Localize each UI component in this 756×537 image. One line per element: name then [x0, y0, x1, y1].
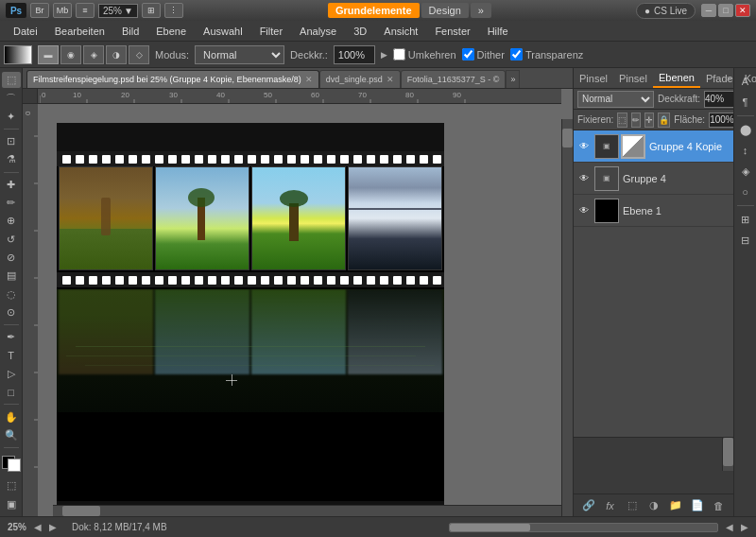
doc-tab-close[interactable]: ✕	[305, 75, 313, 84]
tool-screen-mode[interactable]: ▣	[2, 496, 21, 512]
horizontal-scrollbar[interactable]	[449, 523, 718, 532]
tool-zoom[interactable]: 🔍	[2, 427, 21, 443]
mb-icon[interactable]: Mb	[53, 3, 72, 18]
menu-bild[interactable]: Bild	[114, 24, 146, 39]
shape-angle[interactable]: ◈	[83, 45, 104, 64]
right-tool-4[interactable]: ↕	[736, 141, 755, 160]
layer-gruppe4-kopie[interactable]: 👁 ▣ Gruppe 4 Kopie	[574, 130, 733, 163]
right-tool-8[interactable]: ⊟	[736, 231, 755, 250]
color-swatches[interactable]	[2, 456, 21, 472]
maximize-button[interactable]: □	[718, 4, 733, 17]
tool-path-select[interactable]: ▷	[2, 366, 21, 382]
background-color[interactable]	[8, 459, 21, 472]
status-scroll-left[interactable]: ◀	[726, 522, 733, 532]
tool-marquee[interactable]: ⬚	[2, 72, 21, 88]
tool-eraser[interactable]: ⊘	[2, 250, 21, 266]
right-tool-3[interactable]: ⬤	[736, 120, 755, 139]
layers-group-btn[interactable]: 📁	[666, 497, 685, 514]
doc-tab-more[interactable]: »	[506, 70, 520, 88]
tab-pinsel2[interactable]: Pinsel	[613, 68, 653, 88]
menu-datei[interactable]: Datei	[6, 24, 45, 39]
shape-reflected[interactable]: ◑	[106, 45, 127, 64]
menu-bearbeiten[interactable]: Bearbeiten	[47, 24, 112, 39]
scrollbar-vertical[interactable]	[561, 119, 573, 516]
scrollbar-horizontal[interactable]	[53, 505, 561, 516]
layer-eye-gruppe4kopie[interactable]: 👁	[577, 140, 591, 153]
menu-3d[interactable]: 3D	[346, 24, 374, 39]
dither-check[interactable]	[462, 48, 474, 61]
transparenz-check[interactable]	[510, 48, 523, 61]
tab-pinsel1[interactable]: Pinsel	[574, 68, 613, 88]
lock-move[interactable]: ✛	[644, 113, 654, 128]
zoom-box[interactable]: 25% ▼	[98, 4, 138, 18]
menu-auswahl[interactable]: Auswahl	[196, 24, 250, 39]
tab-grundelemente[interactable]: Grundelemente	[328, 3, 420, 18]
deckkr-arrow[interactable]: ▶	[381, 50, 387, 60]
doc-tab-dvd-close[interactable]: ✕	[387, 75, 394, 84]
gradient-preview[interactable]	[4, 45, 32, 64]
umkehren-check[interactable]	[393, 48, 405, 61]
tab-design[interactable]: Design	[421, 3, 469, 18]
dither-checkbox[interactable]: Dither	[462, 48, 505, 61]
layers-fx-btn[interactable]: fx	[601, 497, 620, 514]
tool-crop[interactable]: ⊡	[2, 133, 21, 149]
tool-eyedropper[interactable]: ⚗	[2, 151, 21, 167]
doc-tab-fotolia[interactable]: Fotolia_11635377_S - ©	[401, 70, 507, 88]
tool-hand[interactable]: ✋	[2, 408, 21, 424]
lock-transparent[interactable]: ⬚	[617, 113, 627, 128]
layers-scrollbar[interactable]	[722, 438, 733, 471]
panel-tab-more[interactable]: »	[727, 74, 731, 83]
tool-type[interactable]: T	[2, 347, 21, 363]
tool-quick-select[interactable]: ✦	[2, 109, 21, 125]
layer-mode-select[interactable]: Normal Multiplizieren Abdunkeln	[577, 91, 654, 108]
layers-delete-btn[interactable]: 🗑	[710, 497, 729, 514]
minimize-button[interactable]: ─	[701, 4, 716, 17]
layer-eye-ebene1[interactable]: 👁	[577, 204, 591, 217]
lock-paint[interactable]: ✏	[631, 113, 641, 128]
layer-eye-gruppe4[interactable]: 👁	[577, 172, 591, 185]
menu-ansicht[interactable]: Ansicht	[376, 24, 425, 39]
menu-ebene[interactable]: Ebene	[148, 24, 194, 39]
menu-hilfe[interactable]: Hilfe	[480, 24, 516, 39]
menu-fenster[interactable]: Fenster	[427, 24, 477, 39]
zoom-arrow[interactable]: ▼	[124, 6, 133, 16]
umkehren-checkbox[interactable]: Umkehren	[393, 48, 456, 61]
tool-pen[interactable]: ✒	[2, 329, 21, 345]
menu-filter[interactable]: Filter	[252, 24, 290, 39]
tool-gradient[interactable]: ▤	[2, 268, 21, 284]
tool-shape[interactable]: □	[2, 384, 21, 400]
right-tool-7[interactable]: ⊞	[736, 210, 755, 229]
right-tool-6[interactable]: ○	[736, 182, 755, 201]
tool-clone[interactable]: ⊕	[2, 213, 21, 229]
layer-ebene1[interactable]: 👁 Ebene 1	[574, 195, 733, 227]
shape-radial[interactable]: ◉	[60, 45, 81, 64]
tool-mask-mode[interactable]: ⬚	[2, 477, 21, 494]
tool-healing[interactable]: ✚	[2, 176, 21, 192]
layers-adjustment-btn[interactable]: ◑	[644, 497, 663, 514]
doc-tab-filmstreifen[interactable]: Filmstreifenspiegelung.psd bei 25% (Grup…	[26, 70, 319, 88]
shape-diamond[interactable]: ◇	[129, 45, 149, 64]
shape-linear[interactable]: ▬	[38, 45, 59, 64]
layers-mask-btn[interactable]: ⬚	[623, 497, 642, 514]
tab-pfade[interactable]: Pfade	[700, 68, 739, 88]
doc-tab-dvd[interactable]: dvd_single.psd ✕	[319, 70, 401, 88]
doc-icon[interactable]: ≡	[76, 3, 94, 18]
tool-lasso[interactable]: ⌒	[2, 90, 21, 106]
status-scroll-right[interactable]: ▶	[741, 522, 748, 532]
tool-history[interactable]: ↺	[2, 232, 21, 248]
br-icon[interactable]: Br	[30, 3, 49, 18]
modus-select[interactable]: Normal Auflösen Multiplizieren	[195, 45, 284, 64]
canvas-container[interactable]	[38, 104, 573, 516]
menu-analyse[interactable]: Analyse	[292, 24, 344, 39]
tool-brush[interactable]: ✏	[2, 195, 21, 211]
close-button[interactable]: ✕	[735, 4, 750, 17]
cs-live-btn[interactable]: ● CS Live	[636, 3, 696, 19]
tool-dodge[interactable]: ⊙	[2, 304, 21, 320]
tab-ebenen[interactable]: Ebenen	[653, 68, 700, 88]
arrange-icon[interactable]: ⋮	[164, 3, 183, 18]
view-icon[interactable]: ⊞	[142, 3, 161, 18]
layers-link-btn[interactable]: 🔗	[579, 497, 598, 514]
deckkr-input[interactable]	[334, 45, 375, 64]
right-tool-2[interactable]: ¶	[736, 93, 755, 112]
right-tool-5[interactable]: ◈	[736, 162, 755, 181]
